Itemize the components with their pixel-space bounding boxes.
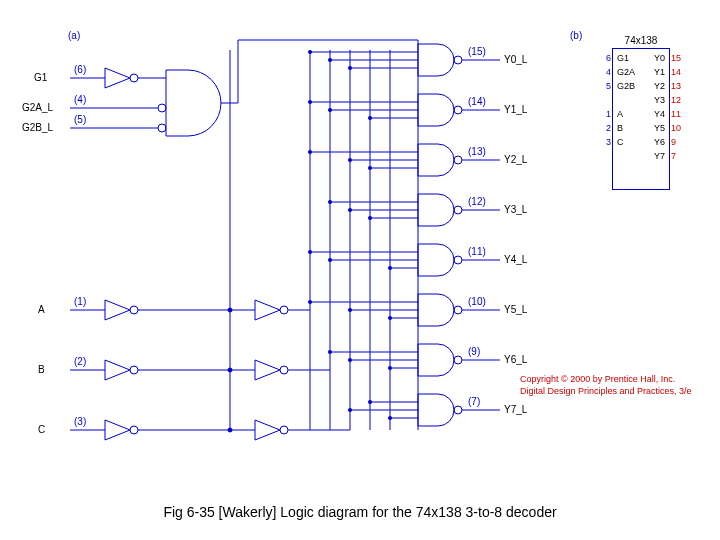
input-a: A bbox=[38, 304, 45, 315]
input-g2a: G2A_L bbox=[22, 102, 53, 113]
svg-point-86 bbox=[348, 208, 352, 212]
svg-point-48 bbox=[454, 356, 462, 364]
svg-point-98 bbox=[348, 408, 352, 412]
figure-caption: Fig 6-35 [Wakerly] Logic diagram for the… bbox=[0, 504, 720, 520]
part-b-label: (b) bbox=[570, 30, 582, 41]
pin-a: (1) bbox=[74, 296, 86, 307]
svg-point-95 bbox=[348, 358, 352, 362]
pin-g2b: (5) bbox=[74, 114, 86, 125]
svg-point-6 bbox=[158, 124, 166, 132]
chip-pin-6: 6 bbox=[591, 53, 611, 63]
pin-b: (2) bbox=[74, 356, 86, 367]
svg-point-79 bbox=[308, 100, 312, 104]
svg-point-85 bbox=[328, 200, 332, 204]
chip-title: 74x138 bbox=[613, 35, 669, 46]
svg-point-82 bbox=[308, 150, 312, 154]
svg-point-87 bbox=[368, 216, 372, 220]
out-y2: Y2_L bbox=[504, 154, 527, 165]
chip-pin-15: 15 bbox=[671, 53, 691, 63]
svg-point-99 bbox=[388, 416, 392, 420]
pin-y0: (15) bbox=[468, 46, 486, 57]
svg-point-34 bbox=[228, 368, 232, 372]
out-y6: Y6_L bbox=[504, 354, 527, 365]
svg-point-38 bbox=[454, 106, 462, 114]
chip-pin-11: 11 bbox=[671, 109, 691, 119]
svg-point-91 bbox=[308, 300, 312, 304]
chip-pin-5: 5 bbox=[591, 81, 611, 91]
svg-point-42 bbox=[454, 206, 462, 214]
input-c: C bbox=[38, 424, 45, 435]
svg-point-89 bbox=[328, 258, 332, 262]
pin-y2: (13) bbox=[468, 146, 486, 157]
chip-pin-4: 4 bbox=[591, 67, 611, 77]
svg-point-80 bbox=[328, 108, 332, 112]
svg-point-84 bbox=[368, 166, 372, 170]
pin-g1: (6) bbox=[74, 64, 86, 75]
svg-point-4 bbox=[158, 104, 166, 112]
svg-point-77 bbox=[328, 58, 332, 62]
pin-y1: (14) bbox=[468, 96, 486, 107]
out-y5: Y5_L bbox=[504, 304, 527, 315]
out-y4: Y4_L bbox=[504, 254, 527, 265]
chip-pin-13: 13 bbox=[671, 81, 691, 91]
svg-point-94 bbox=[328, 350, 332, 354]
pin-y3: (12) bbox=[468, 196, 486, 207]
svg-point-40 bbox=[454, 156, 462, 164]
svg-point-96 bbox=[388, 366, 392, 370]
svg-point-33 bbox=[228, 308, 232, 312]
input-g1: G1 bbox=[34, 72, 47, 83]
svg-point-92 bbox=[348, 308, 352, 312]
svg-point-44 bbox=[454, 256, 462, 264]
svg-point-93 bbox=[388, 316, 392, 320]
chip-pin-2: 2 bbox=[591, 123, 611, 133]
out-y1: Y1_L bbox=[504, 104, 527, 115]
svg-point-90 bbox=[388, 266, 392, 270]
out-y7: Y7_L bbox=[504, 404, 527, 415]
svg-point-81 bbox=[368, 116, 372, 120]
part-a-label: (a) bbox=[68, 30, 80, 41]
chip-pin-14: 14 bbox=[671, 67, 691, 77]
copyright-line2: Digital Design Principles and Practices,… bbox=[520, 386, 710, 396]
svg-point-78 bbox=[348, 66, 352, 70]
svg-point-76 bbox=[308, 50, 312, 54]
input-b: B bbox=[38, 364, 45, 375]
svg-point-50 bbox=[454, 406, 462, 414]
pin-y4: (11) bbox=[468, 246, 486, 257]
svg-point-46 bbox=[454, 306, 462, 314]
svg-point-36 bbox=[454, 56, 462, 64]
pin-c: (3) bbox=[74, 416, 86, 427]
chip-pin-9: 9 bbox=[671, 137, 691, 147]
pin-y5: (10) bbox=[468, 296, 486, 307]
pin-y7: (7) bbox=[468, 396, 480, 407]
svg-point-35 bbox=[228, 428, 232, 432]
chip-pin-1: 1 bbox=[591, 109, 611, 119]
out-y0: Y0_L bbox=[504, 54, 527, 65]
chip-pin-10: 10 bbox=[671, 123, 691, 133]
svg-point-97 bbox=[368, 400, 372, 404]
chip-pin-7: 7 bbox=[671, 151, 691, 161]
svg-point-88 bbox=[308, 250, 312, 254]
svg-point-83 bbox=[348, 158, 352, 162]
pin-g2a: (4) bbox=[74, 94, 86, 105]
copyright-line1: Copyright © 2000 by Prentice Hall, Inc. bbox=[520, 374, 710, 384]
chip-pin-12: 12 bbox=[671, 95, 691, 105]
out-y3: Y3_L bbox=[504, 204, 527, 215]
input-g2b: G2B_L bbox=[22, 122, 53, 133]
pin-y6: (9) bbox=[468, 346, 480, 357]
chip-symbol: 74x138 6G1 4G2A 5G2B 1A 2B 3C 15Y0 14Y1 … bbox=[612, 48, 670, 190]
chip-pin-3: 3 bbox=[591, 137, 611, 147]
